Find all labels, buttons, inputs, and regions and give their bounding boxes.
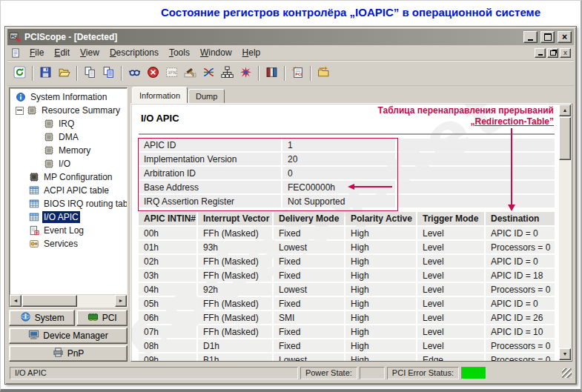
cell: D1h [198,339,272,352]
registers-button[interactable]: 3FN [162,65,181,82]
pci-report-button[interactable]: PCI [288,65,307,82]
stop-button[interactable] [144,65,162,82]
cell: Level [417,255,484,268]
interrupt-button[interactable] [237,65,255,82]
column-header: Delivery Mode [274,212,344,225]
toolbar-separator [121,66,122,81]
hierarchy-button[interactable] [218,65,237,82]
button-label: PCI [102,313,117,323]
open-button[interactable] [55,65,73,82]
menu-view[interactable]: View [75,46,105,59]
info-value: 0 [282,167,395,179]
screenshot-page: Состояние регистров контролёра „IOAPIC” … [0,0,582,392]
sidebar: System InformationResource SummaryIRQDMA… [9,87,128,362]
info-filler-cell [397,181,555,193]
library-button[interactable] [262,65,281,82]
tree-item-mp-configuration[interactable]: MP Configuration [10,170,127,184]
copy-button[interactable] [81,65,99,82]
close-button[interactable]: × [558,31,572,43]
cell: 00h [139,227,196,239]
tree-item-label: Event Log [42,225,85,236]
tree-item-bios-irq-routing-table[interactable]: BIOS IRQ routing table [10,197,127,210]
scroll-left-button[interactable]: ◄ [10,295,22,307]
scroll-right-button[interactable]: ► [115,295,127,307]
mdi-minimize-button[interactable] [535,48,546,58]
device-manager-button[interactable]: Device Manager [9,328,128,344]
tree-item-memory[interactable]: Memory [10,144,127,157]
minimize-icon [528,39,533,41]
statusbar: I/O APIC Power State: PCI Error Status: [7,363,574,382]
repair-button[interactable] [181,65,199,82]
cell: Level [417,311,484,324]
redirection-table-arrow [511,128,512,205]
cell: SMI [274,311,344,324]
tree-item-label: I/O [57,158,72,170]
tree-item-irq[interactable]: IRQ [10,117,127,130]
pci-button[interactable]: PCI [76,310,128,326]
tree-item-system-information[interactable]: System Information [10,90,127,104]
redirection-row: 08hD1hFixedHighLevelProcessors = 0 [139,339,555,352]
menu-tools[interactable]: Tools [164,46,195,59]
cell: FFh (Masked) [198,297,272,310]
info-row: APIC ID1 [139,139,555,151]
tab-dump[interactable]: Dump [188,89,225,103]
tree-horizontal-scrollbar[interactable]: ◄ ► [10,294,127,307]
cell: Fixed [274,325,344,338]
chip-icon [27,105,37,116]
vertical-scrollbar[interactable]: ▲ ▼ [559,104,571,360]
cell: APIC ID = 10 [486,325,555,338]
system-button[interactable]: System [9,310,75,326]
cell: High [345,353,416,362]
collapse-expander-icon[interactable] [16,107,24,115]
app-icon: PCI [10,31,22,43]
menu-file[interactable]: File [24,46,49,59]
cell: High [345,283,416,296]
mdi-close-button[interactable]: x [560,48,571,58]
menu-window[interactable]: Window [195,46,237,59]
table-icon [29,212,39,222]
cell: Level [417,227,484,239]
maximize-button[interactable] [540,31,555,43]
refresh-icon [13,66,26,81]
find-button[interactable] [125,65,144,82]
services-icon [29,239,39,249]
info-label: APIC ID [139,139,281,151]
menu-help[interactable]: Help [237,46,266,59]
export-button[interactable] [314,65,333,82]
tree-item-i-o[interactable]: I/O [10,157,127,170]
refresh-button[interactable] [10,65,29,82]
tree-item-dma[interactable]: DMA [10,130,127,144]
interrupt-icon [239,66,252,81]
info-label: IRQ Assertion Register [139,195,281,207]
tree-item-acpi-apic-table[interactable]: ACPI APIC table [10,184,127,197]
chip-icon [44,145,54,156]
cell: 03h [139,269,196,282]
cell: Level [417,241,484,253]
menu-edit[interactable]: Edit [49,46,75,59]
pnp-button[interactable]: PnP [9,345,128,362]
scroll-down-button[interactable]: ▼ [559,348,571,360]
log-icon [29,225,39,236]
info-value: 20 [282,153,395,165]
info-label: Implementation Version [139,153,281,165]
tree-item-label: Memory [57,144,92,156]
minimize-button[interactable] [523,31,538,43]
tree-item-i-o-apic[interactable]: I/O APIC [10,210,127,224]
compare-button[interactable] [199,65,218,82]
tree-item-services[interactable]: Services [10,237,127,250]
tree-item-resource-summary[interactable]: Resource Summary [10,104,127,117]
resize-grip[interactable] [562,368,572,378]
window-title: PCIScope - [Detected] [24,32,520,42]
save-button[interactable] [36,65,55,82]
menu-descriptions[interactable]: Descriptions [105,46,164,59]
pnp-icon [53,347,64,360]
scrollbar-thumb[interactable] [559,117,571,160]
info-filler-cell [397,195,555,207]
tree-item-event-log[interactable]: Event Log [10,224,127,237]
tab-information[interactable]: Information [132,87,188,103]
copy-special-button[interactable] [99,65,118,82]
scrollbar-thumb[interactable] [22,295,77,307]
mdi-restore-button[interactable] [547,48,558,58]
scroll-up-button[interactable]: ▲ [559,104,571,116]
chip-icon [44,159,54,169]
